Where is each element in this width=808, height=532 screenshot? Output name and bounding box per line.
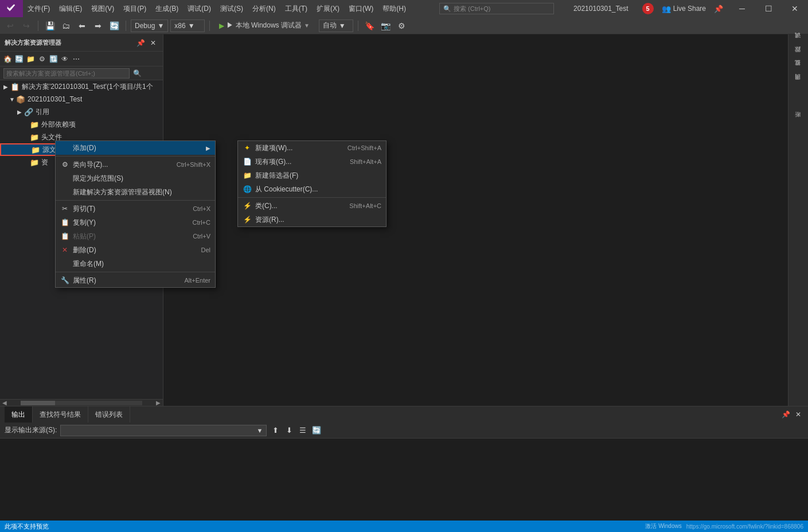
sub-new-filter[interactable]: 📁 新建筛选器(F) [238,169,386,182]
camera-btn[interactable]: 📷 [379,19,393,33]
ctx-cut[interactable]: ✂ 剪切(T) Ctrl+X [56,202,215,216]
ctx-copy[interactable]: 📋 复制(Y) Ctrl+C [56,216,215,229]
sub-class[interactable]: ⚡ 类(C)... Shift+Alt+C [238,199,386,213]
panel-pin-icon[interactable]: 📌 [780,409,791,420]
run-arrow: ▼ [304,22,310,29]
sidebar-search-input[interactable] [3,68,130,79]
run-button[interactable]: ▶ ▶ 本地 Windows 调试器 ▼ [214,19,314,32]
bookmark-btn[interactable]: 🔖 [363,19,377,33]
sidebar-toolbar-folder[interactable]: 📁 [25,54,36,64]
ctx-scope[interactable]: 限定为此范围(S) [56,171,215,185]
save-all-btn[interactable]: 🗂 [59,19,73,33]
output-icon-3[interactable]: ☰ [298,425,308,436]
sidebar-pin-btn[interactable]: 📌 [135,38,146,48]
menu-edit[interactable]: 编辑(E) [54,0,87,17]
tab-find-results[interactable]: 查找符号结果 [33,406,88,423]
sidebar-search-bar: 🔍 [0,66,163,80]
sub-class-label: 类(C)... [255,201,278,211]
sub-cookiecutter[interactable]: 🌐 从 Cookiecutter(C)... [238,182,386,196]
menu-debug[interactable]: 调试(D) [183,0,216,17]
tree-item-external-deps[interactable]: ▶ 📁 外部依赖项 [0,118,163,131]
sidebar-toolbar-home[interactable]: 🏠 [2,54,13,64]
tree-item-refs[interactable]: ▶ 🔗 引用 [0,105,163,118]
menu-window[interactable]: 窗口(W) [344,0,378,17]
scroll-left-btn[interactable]: ◀ [0,400,9,406]
output-icon-4[interactable]: 🔄 [311,425,322,436]
redo-btn[interactable]: ↪ [19,19,33,33]
menu-project[interactable]: 项目(P) [119,0,151,17]
sidebar-close-btn[interactable]: ✕ [148,38,158,48]
scroll-track[interactable] [21,401,142,405]
right-sidebar-item-1[interactable]: 调试 [790,37,807,49]
ctx-new-view[interactable]: 新建解决方案资源管理器视图(N) [56,185,215,199]
menu-test[interactable]: 测试(S) [216,0,248,17]
sub-new-item[interactable]: ✦ 新建项(W)... Ctrl+Shift+A [238,141,386,155]
windows-url[interactable]: https://go.microsoft.com/fwlink/?linkid=… [686,523,803,530]
minimize-button[interactable]: ─ [729,0,755,17]
nav-forward-btn[interactable]: ➡ [91,19,105,33]
sidebar-toolbar-more[interactable]: ⋯ [71,54,81,64]
menu-view[interactable]: 视图(V) [87,0,119,17]
scroll-right-btn[interactable]: ▶ [154,400,163,406]
activate-windows-text: 激活 Windows [645,522,681,530]
sub-new-item-label: 新建项(W)... [255,143,292,153]
sub-class-left: ⚡ 类(C)... [243,201,278,211]
auto-dropdown[interactable]: 自动 ▼ [319,19,353,32]
ctx-new-view-left: 新建解决方案资源管理器视图(N) [60,187,172,197]
ctx-copy-left: 📋 复制(Y) [60,218,96,228]
scroll-thumb[interactable] [21,401,55,405]
solution-root[interactable]: ▶ 📋 解决方案'2021010301_Test'(1个项目/共1个 [0,80,163,93]
undo-btn[interactable]: ↩ [3,19,17,33]
tab-error-list[interactable]: 错误列表 [88,406,130,423]
sidebar-toolbar-sync[interactable]: 🔃 [48,54,58,64]
right-sidebar-item-2[interactable]: 跟踪 [790,50,807,63]
output-source-dropdown[interactable]: ▼ [60,425,267,436]
sub-cookiecutter-label: 从 Cookiecutter(C)... [255,185,318,194]
ctx-properties[interactable]: 🔧 属性(R) Alt+Enter [56,273,215,287]
tab-output[interactable]: 输出 [5,406,33,423]
live-share-icon: 👥 [662,5,671,13]
save-btn[interactable]: 💾 [43,19,57,33]
reload-btn[interactable]: 🔄 [107,19,121,33]
output-icon-2[interactable]: ⬇ [284,425,294,436]
menu-extensions[interactable]: 扩展(X) [312,0,344,17]
right-sidebar-item-4[interactable]: 调用 [790,78,807,91]
live-share-button[interactable]: 👥 Live Share [658,3,709,14]
ctx-add[interactable]: 添加(D) ▶ [56,141,215,155]
pin-icon[interactable]: 📌 [714,5,723,13]
ctx-paste[interactable]: 📋 粘贴(P) Ctrl+V [56,229,215,243]
platform-dropdown[interactable]: x86 ▼ [170,19,205,32]
right-sidebar-item-3[interactable]: 监视 [790,64,807,77]
ctx-wizard[interactable]: ⚙ 类向导(Z)... Ctrl+Shift+X [56,158,215,171]
output-toolbar: 显示输出来源(S): ▼ ⬆ ⬇ ☰ 🔄 [0,423,808,439]
menu-analyze[interactable]: 分析(N) [248,0,280,17]
debug-config-dropdown[interactable]: Debug ▼ [131,19,168,32]
right-sidebar-item-5[interactable]: 断 [790,116,807,128]
sidebar-toolbar-refresh[interactable]: 🔄 [14,54,24,64]
sidebar-scrollbar[interactable]: ◀ ▶ [0,399,163,406]
sub-existing-item[interactable]: 📄 现有项(G)... Shift+Alt+A [238,155,386,169]
solution-icon: 📋 [10,83,19,91]
debug-config-arrow: ▼ [157,22,164,30]
project-root[interactable]: ▼ 📦 2021010301_Test [0,93,163,105]
menu-help[interactable]: 帮助(H) [378,0,411,17]
sidebar-toolbar-filter[interactable]: ⚙ [37,54,47,64]
output-icon-1[interactable]: ⬆ [270,425,280,436]
sub-resource[interactable]: ⚡ 资源(R)... [238,213,386,226]
sub-cookiecutter-left: 🌐 从 Cookiecutter(C)... [243,185,318,194]
maximize-button[interactable]: ☐ [755,0,782,17]
panel-close-icon[interactable]: ✕ [793,409,803,420]
nav-back-btn[interactable]: ⬅ [75,19,89,33]
ctx-sep1 [56,156,215,157]
menu-build[interactable]: 生成(B) [151,0,183,17]
ctx-rename[interactable]: 重命名(M) [56,257,215,271]
menu-tools[interactable]: 工具(T) [280,0,312,17]
menu-file[interactable]: 文件(F) [23,0,54,17]
close-button[interactable]: ✕ [782,0,808,17]
sub-existing-item-label: 现有项(G)... [255,157,291,167]
ctx-delete[interactable]: ✕ 删除(D) Del [56,243,215,257]
notification-badge[interactable]: 5 [642,3,654,14]
settings-btn[interactable]: ⚙ [395,19,409,33]
sidebar-search-icon[interactable]: 🔍 [132,68,142,79]
sidebar-toolbar-view[interactable]: 👁 [60,54,70,64]
